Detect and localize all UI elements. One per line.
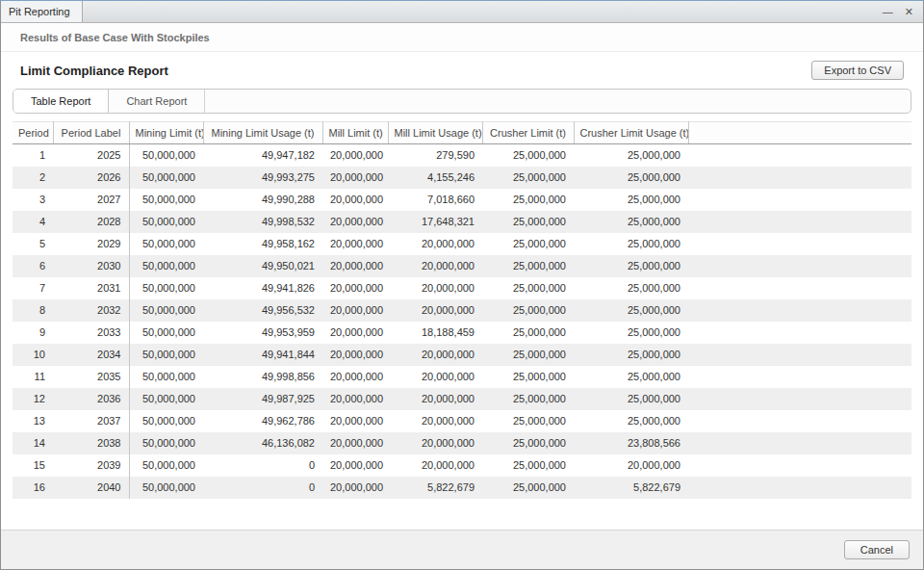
cell-filler [688,366,911,388]
window-title-tab[interactable]: Pit Reporting [1,1,83,22]
cell: 49,987,925 [203,388,322,410]
cell: 20,000,000 [322,477,388,499]
cell: 25,000,000 [574,366,688,388]
column-header-period[interactable]: Period [13,122,53,144]
cell: 50,000,000 [129,255,203,277]
cell: 20,000,000 [322,255,388,277]
cell: 20,000,000 [322,233,388,255]
column-header-mill-limit-usage-t[interactable]: Mill Limit Usage (t) [388,122,482,144]
table-tail-spacer [13,499,911,531]
cell: 4,155,246 [388,167,482,189]
column-header-mill-limit-t[interactable]: Mill Limit (t) [322,122,388,144]
cell: 46,136,082 [203,432,322,454]
minimize-icon[interactable]: — [883,7,893,17]
cell: 2029 [53,233,129,255]
cell: 15 [13,454,53,477]
cell: 25,000,000 [574,255,688,277]
cell: 7,018,660 [388,189,482,211]
cell: 25,000,000 [482,144,574,167]
cell: 2038 [53,432,129,454]
cell: 2030 [53,255,129,277]
column-header-crusher-limit-t[interactable]: Crusher Limit (t) [482,122,574,144]
cell: 49,941,844 [203,344,322,366]
tab-chart-report[interactable]: Chart Report [109,90,205,113]
cell-filler [688,255,911,277]
column-header-mining-limit-t[interactable]: Mining Limit (t) [129,122,203,144]
column-header-crusher-limit-usage-t[interactable]: Crusher Limit Usage (t) [574,122,688,144]
column-header-filler [688,122,911,144]
table-row[interactable]: 14203850,000,00046,136,08220,000,00020,0… [13,432,911,454]
cell-filler [688,211,911,233]
content-area: Limit Compliance Report Export to CSV Ta… [1,52,923,530]
cell: 7 [13,277,53,299]
table-row[interactable]: 2202650,000,00049,993,27520,000,0004,155… [13,167,911,189]
cell: 25,000,000 [574,388,688,410]
table-row[interactable]: 5202950,000,00049,958,16220,000,00020,00… [13,233,911,255]
cell: 20,000,000 [388,366,482,388]
cell: 50,000,000 [129,366,203,388]
cell: 25,000,000 [574,410,688,432]
cell: 50,000,000 [129,211,203,233]
table-row[interactable]: 13203750,000,00049,962,78620,000,00020,0… [13,410,911,432]
cell-filler [688,189,911,211]
subtitle-bar: Results of Base Case With Stockpiles [1,23,923,52]
cell: 50,000,000 [129,167,203,189]
tab-table-report[interactable]: Table Report [13,90,109,113]
cell: 20,000,000 [388,432,482,454]
close-icon[interactable]: ✕ [905,7,913,17]
cell: 25,000,000 [574,167,688,189]
cell: 20,000,000 [322,211,388,233]
table-row[interactable]: 12203650,000,00049,987,92520,000,00020,0… [13,388,911,410]
table-row[interactable]: 11203550,000,00049,998,85620,000,00020,0… [13,366,911,388]
cell: 25,000,000 [482,189,574,211]
cell-filler [688,277,911,299]
cell: 25,000,000 [482,233,574,255]
table-row[interactable]: 3202750,000,00049,990,28820,000,0007,018… [13,189,911,211]
cell: 2034 [53,344,129,366]
cell: 2040 [53,477,129,499]
cell: 20,000,000 [388,388,482,410]
cell: 20,000,000 [322,189,388,211]
cell: 10 [13,344,53,366]
cell: 25,000,000 [482,277,574,299]
table-row[interactable]: 6203050,000,00049,950,02120,000,00020,00… [13,255,911,277]
column-header-period-label[interactable]: Period Label [53,122,129,144]
report-header: Limit Compliance Report Export to CSV [13,52,911,89]
cell: 14 [13,432,53,454]
titlebar-fill [83,1,883,22]
table-row[interactable]: 4202850,000,00049,998,53220,000,00017,64… [13,211,911,233]
cell: 25,000,000 [482,299,574,322]
cell: 2027 [53,189,129,211]
cell: 25,000,000 [574,189,688,211]
cell: 25,000,000 [482,167,574,189]
cell: 5,822,679 [574,477,688,499]
cell: 50,000,000 [129,299,203,322]
table-row[interactable]: 1202550,000,00049,947,18220,000,000279,5… [13,144,911,167]
table-row[interactable]: 7203150,000,00049,941,82620,000,00020,00… [13,277,911,299]
cell: 25,000,000 [574,344,688,366]
cell: 20,000,000 [388,255,482,277]
table-row[interactable]: 15203950,000,000020,000,00020,000,00025,… [13,454,911,477]
cell: 20,000,000 [388,410,482,432]
cell: 23,808,566 [574,432,688,454]
table-row[interactable]: 10203450,000,00049,941,84420,000,00020,0… [13,344,911,366]
titlebar: Pit Reporting — ✕ [1,1,923,23]
cancel-button[interactable]: Cancel [844,540,910,559]
page-title: Limit Compliance Report [20,64,168,78]
cell-filler [688,410,911,432]
column-header-mining-limit-usage-t[interactable]: Mining Limit Usage (t) [203,122,322,144]
export-csv-button[interactable]: Export to CSV [811,61,904,80]
cell: 25,000,000 [482,344,574,366]
cell-filler [688,233,911,255]
table-row[interactable]: 8203250,000,00049,956,53220,000,00020,00… [13,299,911,322]
cell-filler [688,388,911,410]
table-row[interactable]: 16204050,000,000020,000,0005,822,67925,0… [13,477,911,499]
cell: 0 [203,454,322,477]
cell: 25,000,000 [574,233,688,255]
cell: 49,958,162 [203,233,322,255]
cell: 25,000,000 [482,432,574,454]
table-row[interactable]: 9203350,000,00049,953,95920,000,00018,18… [13,322,911,344]
cell: 49,998,856 [203,366,322,388]
cell: 20,000,000 [322,344,388,366]
cell: 20,000,000 [574,454,688,477]
